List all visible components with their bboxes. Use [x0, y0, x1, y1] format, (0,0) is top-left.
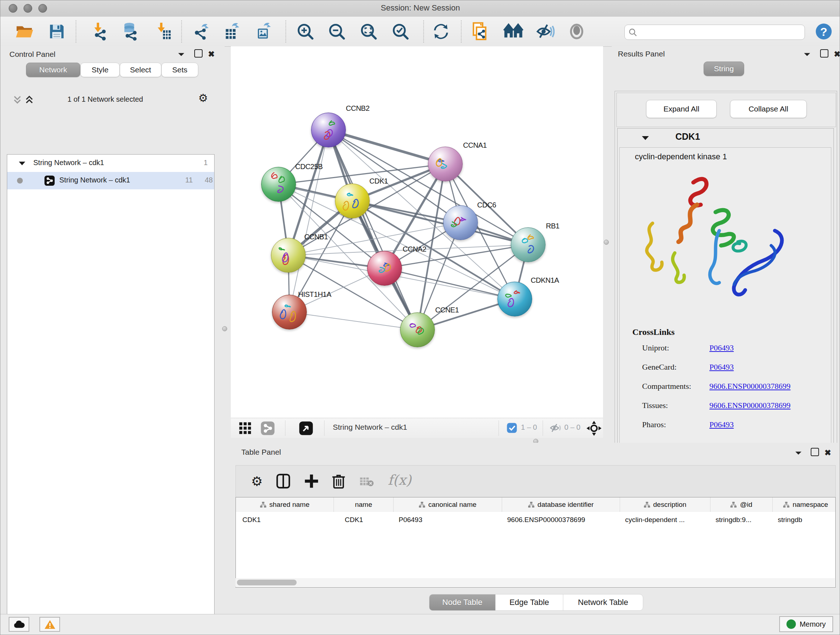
- expand-all-button[interactable]: Expand All: [646, 100, 717, 118]
- crosslink-value-link[interactable]: P06493: [709, 343, 734, 353]
- delete-column-icon[interactable]: [331, 473, 347, 489]
- grid-view-icon[interactable]: [239, 422, 252, 436]
- control-panel-close-icon[interactable]: ✖: [208, 50, 215, 59]
- show-columns-icon[interactable]: [276, 473, 291, 489]
- open-session-button[interactable]: [14, 21, 34, 42]
- zoom-selected-button[interactable]: [390, 21, 411, 42]
- network-canvas[interactable]: CCNB2CCNA1CDC25BCDK1CDC6RB1CCNB1CCNA2CDK…: [231, 46, 603, 418]
- refresh-view-button[interactable]: [431, 21, 451, 42]
- tab-node-table[interactable]: Node Table: [429, 594, 496, 611]
- table-cell[interactable]: stringdb: [773, 513, 836, 527]
- crosslink-value-link[interactable]: P06493: [709, 420, 734, 429]
- table-panel-collapse-icon[interactable]: [794, 448, 803, 459]
- table-panel-float-icon[interactable]: [811, 448, 819, 458]
- network-node-CDKN1A[interactable]: [497, 282, 532, 317]
- expand-all-networks-icon[interactable]: [12, 95, 22, 107]
- network-options-gear-icon[interactable]: ⚙: [198, 93, 208, 103]
- tab-network-table[interactable]: Network Table: [563, 594, 643, 611]
- crosslink-value-link[interactable]: 9606.ENSP00000378699: [709, 382, 790, 391]
- network-node-CDC6[interactable]: [443, 205, 478, 240]
- network-collection-row[interactable]: String Network – cdk1 1: [7, 155, 214, 172]
- zoom-fit-button[interactable]: [358, 21, 379, 42]
- clone-network-button[interactable]: [471, 21, 491, 42]
- table-panel-close-icon[interactable]: ✖: [824, 448, 831, 458]
- selected-checkbox-icon[interactable]: [507, 423, 517, 435]
- birdseye-view-icon[interactable]: [299, 421, 313, 437]
- network-node-CDC25B[interactable]: [261, 167, 296, 202]
- column-header-3[interactable]: database identifier: [502, 497, 620, 512]
- node-label-CCNB2: CCNB2: [346, 104, 369, 112]
- collapse-all-button[interactable]: Collapse All: [730, 100, 807, 118]
- export-table-button[interactable]: [222, 21, 242, 42]
- network-node-CDK1[interactable]: [335, 184, 370, 218]
- network-node-CCNB1[interactable]: [271, 238, 306, 272]
- highlight-button[interactable]: [567, 21, 587, 42]
- zoom-out-button[interactable]: [327, 21, 347, 42]
- table-cell[interactable]: 9606.ENSP00000378699: [502, 513, 620, 527]
- table-hscrollbar[interactable]: [235, 578, 835, 587]
- hide-unhide-button[interactable]: [535, 21, 555, 42]
- network-node-CCNE1[interactable]: [400, 312, 435, 347]
- pan-crosshair-icon[interactable]: [586, 420, 602, 438]
- table-cell[interactable]: P06493: [393, 513, 502, 527]
- create-column-icon[interactable]: [304, 473, 319, 489]
- import-table-file-button[interactable]: [152, 21, 172, 42]
- zoom-in-button[interactable]: [295, 21, 316, 42]
- column-header-5[interactable]: @id: [711, 497, 773, 512]
- collapse-all-networks-icon[interactable]: [24, 95, 34, 107]
- tab-edge-table[interactable]: Edge Table: [495, 594, 563, 611]
- crosslink-value-link[interactable]: P06493: [709, 363, 734, 372]
- tab-string-results[interactable]: String: [704, 62, 744, 76]
- table-cell[interactable]: stringdb:9...: [711, 513, 772, 527]
- search-input[interactable]: [624, 25, 805, 40]
- network-node-CCNA1[interactable]: [428, 147, 463, 181]
- column-header-4[interactable]: description: [620, 497, 711, 512]
- show-all-panels-button[interactable]: [503, 21, 523, 42]
- warnings-button[interactable]: [39, 617, 60, 632]
- control-panel-float-icon[interactable]: [194, 49, 202, 59]
- column-header-2[interactable]: canonical name: [393, 497, 502, 512]
- table-cell[interactable]: CDK1: [334, 513, 393, 527]
- network-edge[interactable]: [289, 130, 328, 312]
- help-button[interactable]: ?: [813, 21, 834, 42]
- network-edge[interactable]: [385, 268, 515, 299]
- export-image-icon: [254, 22, 273, 41]
- table-cell[interactable]: cyclin-dependent ...: [620, 513, 710, 527]
- tab-sets[interactable]: Sets: [161, 63, 198, 77]
- results-panel-collapse-icon[interactable]: [803, 50, 812, 60]
- control-panel-collapse-icon[interactable]: [177, 50, 186, 60]
- table-cell[interactable]: CDK1: [236, 513, 333, 527]
- save-session-button[interactable]: [47, 21, 67, 42]
- column-header-6[interactable]: namespace: [773, 497, 836, 512]
- tree-expand-icon[interactable]: [18, 160, 26, 167]
- network-edge[interactable]: [289, 312, 417, 330]
- import-network-file-button[interactable]: [89, 21, 109, 42]
- entry-collapse-icon[interactable]: [641, 135, 650, 142]
- tab-network[interactable]: Network: [26, 63, 80, 77]
- table-options-gear-icon[interactable]: ⚙: [251, 475, 263, 488]
- crosslink-value-link[interactable]: 9606.ENSP00000378699: [709, 401, 790, 410]
- network-node-CCNB2[interactable]: [311, 112, 346, 147]
- network-node-HIST1H1A[interactable]: [272, 295, 307, 329]
- results-panel-close-icon[interactable]: ✖: [834, 50, 840, 59]
- tab-style[interactable]: Style: [80, 63, 120, 77]
- string-view-icon[interactable]: [261, 421, 275, 437]
- right-splitter-handle[interactable]: [604, 240, 609, 245]
- network-node-RB1[interactable]: [511, 227, 546, 262]
- column-header-1[interactable]: name: [334, 497, 393, 512]
- network-node-CCNA2[interactable]: [367, 251, 402, 286]
- memory-button[interactable]: Memory: [779, 616, 833, 632]
- export-image-button[interactable]: [254, 21, 274, 42]
- tab-select[interactable]: Select: [120, 63, 161, 77]
- results-panel-float-icon[interactable]: [820, 49, 829, 59]
- left-splitter-handle[interactable]: [222, 326, 227, 331]
- cloud-status-button[interactable]: [9, 617, 29, 632]
- protein-structure-image: [641, 168, 790, 320]
- table-hscrollbar-thumb[interactable]: [237, 580, 297, 585]
- export-network-button[interactable]: [190, 21, 210, 42]
- node-table[interactable]: shared namenamecanonical namedatabase id…: [235, 497, 836, 587]
- import-network-database-button[interactable]: [120, 21, 140, 42]
- network-row-selected[interactable]: String Network – cdk1 11 48: [7, 172, 214, 189]
- column-header-0[interactable]: shared name: [236, 497, 334, 512]
- entry-detail-box: cyclin-dependent kinase 1 CrossLinks Uni…: [619, 147, 831, 446]
